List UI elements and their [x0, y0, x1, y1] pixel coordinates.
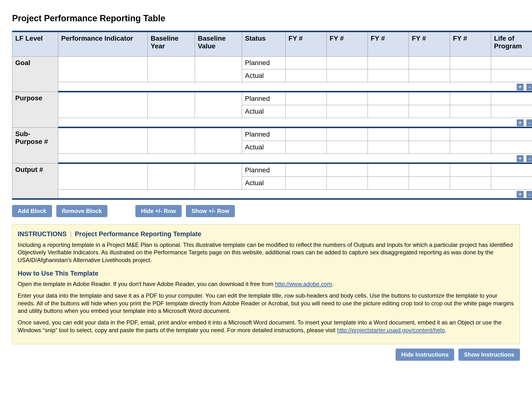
cell-fy[interactable] — [368, 163, 409, 177]
cell-baseline-value[interactable] — [195, 92, 242, 118]
howto-heading: How to Use This Template — [18, 269, 514, 278]
table-row: Sub-Purpose # Planned — [12, 127, 532, 141]
table-header-row: LF Level Performance Indicator Baseline … — [12, 31, 532, 56]
instructions-panel: INSTRUCTIONS | Project Performance Repor… — [12, 224, 520, 344]
cell-life[interactable] — [491, 141, 532, 154]
status-planned: Planned — [242, 56, 285, 69]
add-block-button[interactable]: Add Block — [12, 205, 52, 217]
cell-fy[interactable] — [368, 105, 409, 118]
cell-fy[interactable] — [409, 92, 450, 105]
cell-fy[interactable] — [285, 141, 327, 154]
reporting-table: LF Level Performance Indicator Baseline … — [12, 31, 532, 200]
adobe-link[interactable]: http://www.adobe.com — [275, 281, 332, 287]
status-actual: Actual — [242, 177, 285, 189]
cell-fy[interactable] — [450, 56, 491, 69]
cell-fy[interactable] — [368, 92, 409, 105]
cell-fy[interactable] — [368, 141, 409, 154]
plus-icon[interactable]: + — [517, 120, 523, 126]
cell-fy[interactable] — [327, 56, 368, 69]
lf-level-purpose[interactable]: Purpose — [12, 92, 58, 127]
page-title: Project Performance Reporting Table — [12, 13, 520, 23]
hide-instructions-button[interactable]: Hide Instructions — [396, 349, 454, 361]
block-toolbar-row: + - — [12, 118, 532, 128]
status-actual: Actual — [242, 105, 285, 118]
cell-fy[interactable] — [450, 163, 491, 177]
cell-fy[interactable] — [368, 177, 409, 189]
cell-fy[interactable] — [409, 141, 450, 154]
plus-icon[interactable]: + — [517, 155, 523, 162]
cell-baseline-year[interactable] — [148, 127, 195, 154]
cell-fy[interactable] — [450, 127, 491, 141]
minus-icon[interactable]: - — [526, 84, 532, 90]
cell-life[interactable] — [491, 92, 532, 105]
cell-fy[interactable] — [327, 69, 368, 82]
help-link[interactable]: http://projectstarter.usaid.gov/content/… — [337, 327, 445, 333]
cell-fy[interactable] — [327, 141, 368, 154]
cell-fy[interactable] — [409, 127, 450, 141]
col-fy5: FY # — [450, 31, 491, 56]
block-toolbar-row: + - — [12, 189, 532, 199]
cell-fy[interactable] — [450, 105, 491, 118]
col-perf-indicator: Performance Indicator — [58, 31, 148, 56]
cell-fy[interactable] — [285, 56, 327, 69]
col-status: Status — [242, 31, 285, 56]
cell-life[interactable] — [491, 56, 532, 69]
cell-fy[interactable] — [409, 163, 450, 177]
cell-life[interactable] — [491, 105, 532, 118]
cell-fy[interactable] — [409, 56, 450, 69]
minus-icon[interactable]: - — [526, 191, 532, 198]
cell-fy[interactable] — [327, 105, 368, 118]
cell-fy[interactable] — [409, 105, 450, 118]
cell-life[interactable] — [491, 163, 532, 177]
cell-perf-indicator[interactable] — [58, 56, 148, 82]
cell-baseline-year[interactable] — [148, 163, 195, 189]
table-row: Goal Planned — [12, 56, 532, 69]
plus-icon[interactable]: + — [517, 191, 523, 198]
cell-fy[interactable] — [285, 163, 327, 177]
cell-perf-indicator[interactable] — [58, 163, 148, 189]
cell-perf-indicator[interactable] — [58, 127, 148, 154]
hide-pm-row-button[interactable]: Hide +/- Row — [135, 205, 182, 217]
cell-fy[interactable] — [368, 69, 409, 82]
cell-fy[interactable] — [285, 92, 327, 105]
text-run: Open the template in Adobe Reader. If yo… — [18, 281, 275, 287]
cell-baseline-year[interactable] — [148, 92, 195, 118]
cell-fy[interactable] — [285, 105, 327, 118]
cell-fy[interactable] — [327, 127, 368, 141]
cell-baseline-value[interactable] — [195, 163, 242, 189]
cell-life[interactable] — [491, 127, 532, 141]
cell-baseline-value[interactable] — [195, 56, 242, 82]
remove-block-button[interactable]: Remove Block — [56, 205, 107, 217]
show-pm-row-button[interactable]: Show +/- Row — [186, 205, 235, 217]
cell-life[interactable] — [491, 69, 532, 82]
show-instructions-button[interactable]: Show Instructions — [458, 349, 520, 361]
table-row: Purpose Planned — [12, 92, 532, 105]
plus-icon[interactable]: + — [517, 84, 523, 90]
cell-fy[interactable] — [285, 69, 327, 82]
minus-icon[interactable]: - — [526, 120, 532, 126]
col-fy1: FY # — [285, 31, 327, 56]
lf-level-goal[interactable]: Goal — [12, 56, 58, 92]
cell-fy[interactable] — [368, 56, 409, 69]
cell-fy[interactable] — [409, 69, 450, 82]
cell-fy[interactable] — [368, 127, 409, 141]
cell-fy[interactable] — [450, 177, 491, 189]
cell-fy[interactable] — [285, 177, 327, 189]
table-action-buttons: Add Block Remove Block Hide +/- Row Show… — [12, 205, 520, 217]
cell-fy[interactable] — [450, 69, 491, 82]
cell-fy[interactable] — [450, 92, 491, 105]
status-planned: Planned — [242, 163, 285, 177]
cell-baseline-year[interactable] — [148, 56, 195, 82]
cell-fy[interactable] — [327, 163, 368, 177]
cell-perf-indicator[interactable] — [58, 92, 148, 118]
minus-icon[interactable]: - — [526, 155, 532, 162]
cell-fy[interactable] — [285, 127, 327, 141]
lf-level-sub-purpose[interactable]: Sub-Purpose # — [12, 127, 58, 163]
cell-fy[interactable] — [327, 177, 368, 189]
lf-level-output[interactable]: Output # — [12, 163, 58, 199]
cell-fy[interactable] — [409, 177, 450, 189]
cell-life[interactable] — [491, 177, 532, 189]
cell-baseline-value[interactable] — [195, 127, 242, 154]
cell-fy[interactable] — [450, 141, 491, 154]
cell-fy[interactable] — [327, 92, 368, 105]
